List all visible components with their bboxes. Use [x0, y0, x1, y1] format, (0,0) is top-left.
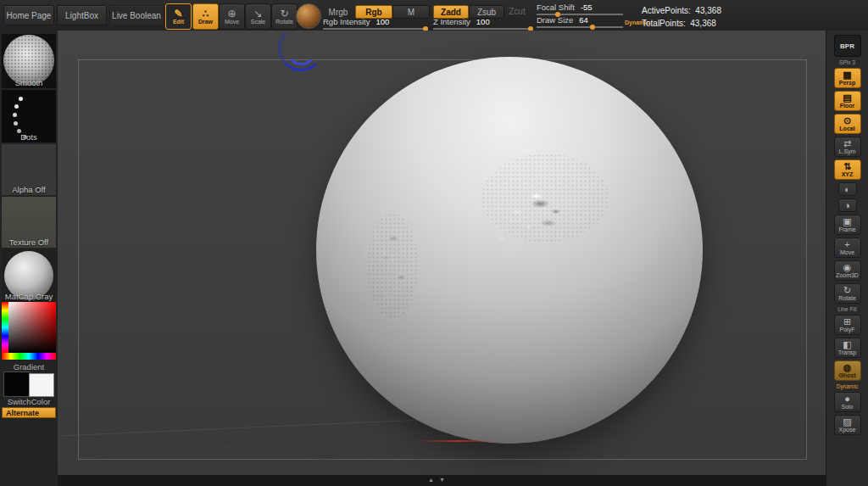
persp-icon: ▦: [843, 70, 851, 80]
frame-button[interactable]: ▣ Frame: [834, 215, 861, 235]
active-points-readout: ActivePoints: 43,368: [642, 6, 721, 15]
z-intensity-value: 100: [476, 18, 490, 26]
stroke-dots-icon: [19, 97, 23, 101]
edit-mode-button[interactable]: ✎ Edit: [165, 3, 192, 30]
move-label: Move: [225, 19, 239, 25]
texture-selector[interactable]: Texture Off: [2, 197, 56, 248]
bpr-label: BPR: [840, 42, 854, 50]
canvas-scroll-arrows[interactable]: ▲ ▼: [428, 476, 445, 484]
spix-slider[interactable]: SPix 3: [839, 59, 855, 65]
sculpt-noise-patch: [481, 154, 609, 243]
slider-track[interactable]: [537, 26, 623, 28]
ghost-label: Ghost: [838, 372, 855, 379]
switchcolor-button[interactable]: SwitchColor: [2, 397, 56, 406]
rotate-3d-button[interactable]: ↻ Rotate: [834, 283, 861, 304]
solo-button[interactable]: ● Solo: [834, 392, 861, 412]
z-intensity-label: Z Intensity: [433, 18, 470, 26]
rgb-intensity-slider[interactable]: Rgb Intensity 100: [323, 18, 428, 30]
edit-label: Edit: [173, 19, 184, 25]
color-picker[interactable]: [2, 302, 56, 360]
home-page-button[interactable]: Home Page: [3, 5, 54, 25]
xyz-label: XYZ: [842, 171, 854, 178]
stroke-selector[interactable]: Dots: [2, 90, 56, 142]
draw-icon: ∴: [203, 8, 209, 19]
floor-button[interactable]: ▤ Floor: [834, 91, 861, 111]
material-selector[interactable]: MatCap Gray: [2, 249, 56, 302]
xyz-button[interactable]: ⇅ XYZ: [834, 159, 861, 180]
secondary-color-swatch[interactable]: [29, 373, 54, 397]
slider-track[interactable]: [323, 28, 428, 30]
zoom-doc-button[interactable]: ◑: [838, 198, 857, 212]
dynamic-label: Dynamic: [837, 383, 858, 389]
alpha-name: Alpha Off: [2, 185, 56, 194]
scroll-doc-button[interactable]: ◐: [838, 182, 857, 196]
persp-button[interactable]: ▦ Persp: [834, 68, 861, 88]
m-button[interactable]: M: [392, 5, 430, 19]
ghost-button[interactable]: ◍ Ghost: [834, 360, 861, 381]
floor-grid-icon: ▤: [843, 92, 851, 103]
draw-size-slider[interactable]: Draw Size 64: [537, 16, 623, 28]
zoom3d-button[interactable]: ◉ Zoom3D: [834, 260, 861, 281]
persp-label: Persp: [839, 80, 855, 87]
line-fill-label: Line Fill: [837, 306, 856, 312]
mrgb-button[interactable]: Mrgb: [323, 6, 353, 18]
alternate-button[interactable]: Alternate: [2, 407, 56, 418]
draw-size-value: 64: [579, 16, 588, 25]
solo-label: Solo: [841, 404, 853, 411]
scale-mode-button[interactable]: ↘ Scale: [245, 3, 271, 30]
alpha-selector[interactable]: Alpha Off: [2, 144, 56, 195]
brush-cursor-inner-ring: [286, 34, 317, 65]
brush-selector[interactable]: Smooth: [2, 34, 56, 88]
z-intensity-slider[interactable]: Z Intensity 100: [433, 18, 533, 30]
local-button[interactable]: ⊙ Local: [834, 114, 861, 134]
symmetry-icon: ⇄: [843, 138, 851, 148]
zoom3d-label: Zoom3D: [836, 272, 859, 279]
lsym-button[interactable]: ⇄ L.Sym: [834, 137, 861, 157]
move-3d-label: Move: [840, 249, 854, 256]
scroll-down-icon[interactable]: ▼: [439, 476, 445, 484]
draw-label: Draw: [198, 19, 213, 25]
zcut-button: Zcut: [504, 5, 530, 17]
move-mode-button[interactable]: ⊕ Move: [219, 3, 245, 30]
texture-name: Texture Off: [2, 237, 56, 247]
red-stroke-mark: [417, 440, 498, 442]
material-name: MatCap Gray: [2, 292, 56, 301]
main-color-swatch[interactable]: [3, 371, 31, 397]
draw-size-label: Draw Size: [537, 16, 573, 25]
document-canvas[interactable]: [58, 31, 826, 475]
polyframe-label: PolyF: [840, 327, 855, 333]
bpr-render-button[interactable]: BPR: [834, 35, 861, 57]
move-3d-icon: +: [844, 239, 849, 249]
transparency-icon: ◧: [843, 339, 851, 349]
transp-button[interactable]: ◧ Transp: [834, 338, 861, 358]
bottom-scroll-strip: ▲ ▼: [58, 475, 826, 486]
focal-shift-label: Focal Shift: [537, 3, 575, 12]
floor-label: Floor: [840, 103, 855, 109]
polyframe-button[interactable]: ⊞ PolyF: [834, 315, 861, 335]
frame-label: Frame: [838, 226, 855, 233]
move-3d-button[interactable]: + Move: [834, 237, 861, 258]
rgb-intensity-value: 100: [376, 18, 389, 26]
live-boolean-button[interactable]: Live Boolean: [109, 5, 164, 25]
rotate-label: Rotate: [275, 19, 293, 25]
xyz-axis-icon: ⇅: [843, 161, 851, 171]
scale-icon: ↘: [253, 8, 262, 19]
hue-strip-horizontal[interactable]: [2, 353, 56, 360]
scroll-up-icon[interactable]: ▲: [428, 476, 434, 484]
edit-icon: ✎: [174, 8, 182, 19]
saturation-value-box[interactable]: [8, 302, 56, 353]
transp-label: Transp: [838, 349, 857, 356]
focal-shift-value: -55: [581, 3, 593, 12]
zoom3d-icon: ◉: [843, 262, 852, 272]
focal-shift-slider[interactable]: Focal Shift -55: [537, 3, 623, 15]
slider-handle[interactable]: [590, 25, 595, 30]
slider-track[interactable]: [433, 28, 533, 30]
xpose-label: Xpose: [839, 427, 856, 433]
xpose-button[interactable]: ▨ Xpose: [834, 415, 861, 435]
draw-mode-button[interactable]: ∴ Draw: [192, 3, 219, 30]
total-points-readout: TotalPoints: 43,368: [642, 19, 716, 28]
local-label: Local: [839, 126, 854, 132]
hue-strip-vertical[interactable]: [2, 302, 8, 353]
scale-label: Scale: [251, 19, 266, 25]
lightbox-button[interactable]: LightBox: [57, 5, 107, 25]
